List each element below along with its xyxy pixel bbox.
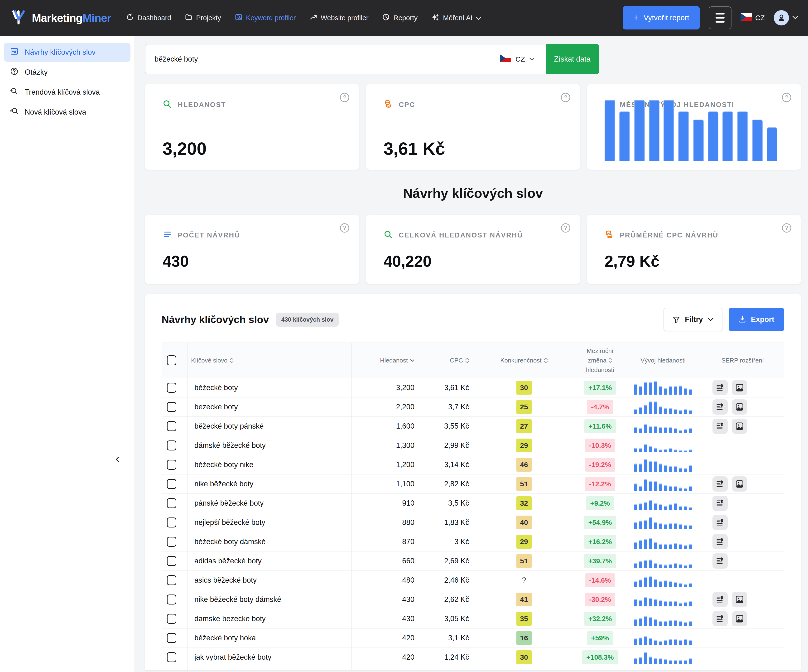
serp-shopping-icon[interactable] [713,476,728,491]
serp-shopping-icon[interactable] [713,496,728,511]
sidebar-item-nova-klicova-slova[interactable]: Nová klíčová slova [4,103,130,122]
language-selector[interactable]: CZ [741,13,765,23]
serp-shopping-icon[interactable] [713,553,728,568]
account-menu[interactable] [774,10,798,25]
row-checkbox[interactable] [167,518,176,527]
row-checkbox[interactable] [167,440,176,450]
nav-item-reporty[interactable]: Reporty [382,13,417,23]
get-data-button[interactable]: Získat data [546,44,599,74]
nav-item-projekty[interactable]: Projekty [185,13,221,23]
help-icon[interactable]: ? [339,223,350,234]
trend-sparkline [634,554,692,568]
serp-shopping-icon[interactable] [713,592,728,607]
sidebar-collapse-button[interactable]: ‹ [115,453,119,464]
keyword-text[interactable]: asics běžecké boty [191,576,257,585]
sidebar-item-trendova-klicova-slova[interactable]: Trendová klíčová slova [4,83,130,102]
keyword-text[interactable]: dámské běžecké boty [191,441,266,450]
keyword-text[interactable]: adidas běžecké boty [191,557,262,565]
serp-image-icon[interactable] [732,611,747,626]
keyword-text[interactable]: jak vybrat běžecké boty [191,653,271,662]
yoy-change-badge: -14.6% [585,573,615,587]
row-checkbox[interactable] [167,460,176,470]
serp-image-icon[interactable] [732,419,747,434]
column-header-konkurencnost[interactable]: Konkurenčnost [473,357,575,364]
serp-shopping-icon[interactable] [713,419,728,434]
keyword-text[interactable]: běžecké boty hoka [191,634,256,642]
row-checkbox[interactable] [167,614,176,624]
sidebar-item-otazky[interactable]: Otázky [4,63,130,82]
nav-item-dashboard[interactable]: Dashboard [126,13,171,23]
help-icon[interactable]: ? [560,223,571,234]
serp-image-icon[interactable] [732,476,747,491]
keyword-text[interactable]: běžecké boty dámské [191,537,266,546]
card-hledanost: HLEDANOST 3,200 ? [145,84,359,170]
keyword-text[interactable]: nejlepší běžecké boty [191,518,265,527]
row-checkbox[interactable] [167,537,176,547]
spark-bar [649,382,652,395]
serp-shopping-icon[interactable] [713,515,728,530]
keyword-text[interactable]: damske bezecke boty [191,615,266,623]
keyword-text[interactable]: pánské běžecké boty [191,499,264,508]
keyword-text[interactable]: běžecké boty pánské [191,422,264,431]
sidebar-item-navrhy-klicovych-slov[interactable]: Návrhy klíčových slov [4,43,130,62]
keyword-search-input[interactable] [145,44,489,74]
nav-item-keyword-profiler[interactable]: Keyword profiler [235,13,296,23]
menu-button[interactable] [709,7,731,29]
row-checkbox[interactable] [167,479,176,489]
help-icon[interactable]: ? [781,92,792,104]
spark-bar [639,618,643,626]
row-checkbox[interactable] [167,633,176,643]
svg-text:?: ? [785,94,788,100]
keyword-text[interactable]: bezecke boty [191,403,238,411]
nav-item-website-profiler[interactable]: Website profiler [310,13,369,23]
row-checkbox[interactable] [167,652,176,662]
serp-image-icon[interactable] [732,400,747,415]
serp-image-icon[interactable] [732,380,747,395]
spark-bar [664,544,667,548]
spark-bar [669,582,672,587]
row-checkbox[interactable] [167,595,176,605]
spark-bar [684,410,687,414]
spark-bar [644,382,647,395]
help-icon[interactable]: ? [781,223,792,234]
serp-shopping-icon[interactable] [713,400,728,415]
sidebar-item-label: Otázky [25,68,48,77]
nav-item-mereni-ai[interactable]: Měření AI [431,13,481,23]
filters-button[interactable]: Filtry [663,308,723,331]
row-checkbox[interactable] [167,575,176,585]
chevron-down-icon [792,16,798,20]
column-header-hledanost[interactable]: Hledanost [352,357,418,364]
serp-shopping-icon[interactable] [713,380,728,395]
create-report-button[interactable]: + Vytvořit report [623,6,699,30]
serp-image-icon[interactable] [732,592,747,607]
country-selector[interactable]: CZ [489,44,546,74]
spark-bar [644,539,647,548]
spark-bar [664,485,667,491]
brand-logo[interactable]: MarketingMiner [10,8,111,27]
row-checkbox[interactable] [167,402,176,412]
keyword-text[interactable]: nike běžecké boty dámské [191,595,281,604]
help-icon[interactable]: ? [339,92,350,104]
keyword-text[interactable]: běžecké boty nike [191,460,253,469]
keyword-text[interactable]: běžecké boty [191,383,238,392]
serp-shopping-icon[interactable] [713,534,728,549]
spark-bar [649,577,652,587]
help-icon[interactable]: ? [560,92,571,104]
keyword-text[interactable]: nike běžecké boty [191,480,253,488]
row-checkbox[interactable] [167,421,176,431]
trending-keywords-icon [10,87,18,97]
hledanost-value: 3,200 [162,139,207,159]
row-checkbox[interactable] [167,383,176,393]
serp-cell [701,534,784,549]
spark-bar [689,507,692,510]
export-button[interactable]: Export [729,308,784,331]
column-header-cpc[interactable]: CPC [418,357,473,364]
serp-shopping-icon[interactable] [713,611,728,626]
column-header-mezirocni-zmena[interactable]: Meziroční změna hledanosti [586,346,614,375]
column-header-keyword[interactable]: Klíčové slovo [188,343,352,378]
yoy-change-badge: +54.9% [584,516,616,529]
chevron-down-icon [708,318,713,321]
select-all-checkbox[interactable] [167,355,176,365]
row-checkbox[interactable] [167,556,176,566]
row-checkbox[interactable] [167,498,176,508]
